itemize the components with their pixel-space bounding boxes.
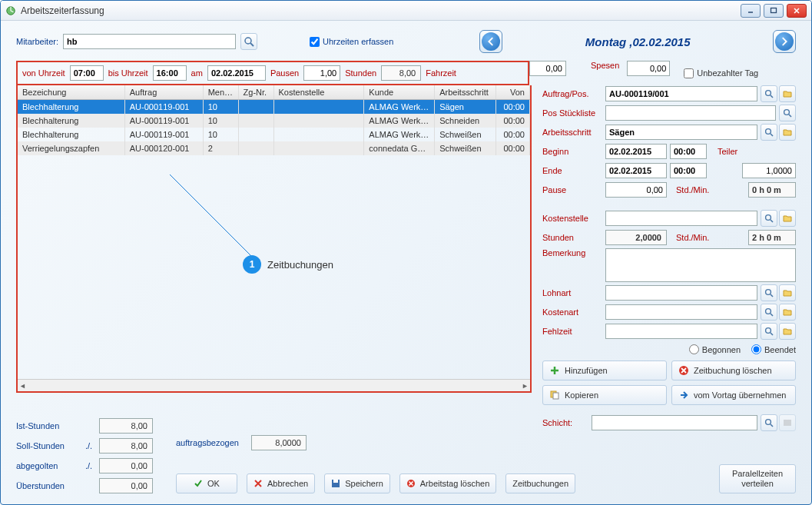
am-date-input[interactable]: [207, 65, 266, 81]
ist-stunden-display: 8,00: [99, 418, 153, 434]
arrow-right-icon: [678, 390, 689, 400]
fahrzeit-input[interactable]: [529, 61, 566, 76]
auftrag-input[interactable]: [605, 86, 757, 101]
magnifier-icon: [244, 36, 254, 47]
stunden-display: 2,0000: [605, 230, 667, 245]
svg-point-3: [245, 38, 251, 44]
table-row[interactable]: BlechhalterungAU-000119-00110ALMAG Werkz…: [18, 128, 530, 141]
hinzufuegen-button[interactable]: Hinzufügen: [542, 360, 667, 380]
beendet-radio[interactable]: Beendet: [751, 344, 796, 354]
abgegolten-display: 0,00: [99, 458, 153, 473]
stunden-hms-display: 2 h 0 m: [748, 230, 796, 245]
svg-point-5: [766, 91, 771, 96]
bis-uhrzeit-input[interactable]: [153, 65, 187, 81]
svg-rect-21: [553, 393, 558, 399]
svg-line-10: [771, 134, 773, 136]
spesen-input[interactable]: [627, 61, 670, 76]
unbezahlter-checkbox[interactable]: Unbezahlter Tag: [684, 61, 758, 85]
table-row[interactable]: BlechhalterungAU-000119-00110ALMAG Werkz…: [18, 100, 530, 114]
svg-line-8: [789, 115, 791, 117]
svg-line-12: [771, 220, 773, 222]
posstk-search-button[interactable]: [779, 105, 796, 121]
mitarbeiter-input[interactable]: [63, 34, 236, 49]
fehlzeit-folder-button[interactable]: [779, 323, 796, 340]
prev-day-button[interactable]: [479, 30, 502, 53]
auftrag-folder-button[interactable]: [779, 85, 796, 102]
horizontal-scrollbar[interactable]: ◄►: [18, 379, 530, 391]
table-row[interactable]: VerriegelungszapfenAU-000120-0012conneda…: [18, 141, 530, 155]
close-button[interactable]: [787, 4, 807, 18]
date-header: Montag ,02.02.2015: [585, 35, 691, 48]
auftrag-search-button[interactable]: [761, 85, 777, 102]
kostenstelle-input[interactable]: [605, 211, 757, 226]
svg-point-17: [766, 328, 771, 334]
summary-grid: Ist-Stunden 8,00 Soll-Stunden ./. 8,00 a…: [16, 418, 153, 493]
beginn-time-input[interactable]: [670, 144, 707, 159]
kostenart-search-button[interactable]: [761, 304, 777, 321]
uhrzeiten-checkbox[interactable]: Uhrzeiten erfassen: [310, 37, 393, 47]
app-icon: [5, 5, 16, 16]
zeitbuchungen-table[interactable]: Bezeichung Auftrag Menge Zg-Nr. Kostenst…: [16, 85, 532, 393]
ende-time-input[interactable]: [670, 163, 707, 178]
bemerkung-textarea[interactable]: [605, 248, 796, 282]
svg-point-13: [766, 290, 771, 295]
abbrechen-button[interactable]: Abbrechen: [247, 473, 315, 493]
kostenart-input[interactable]: [605, 304, 757, 320]
mitarbeiter-label: Mitarbeiter:: [16, 37, 58, 46]
von-uhrzeit-input[interactable]: [70, 65, 104, 81]
parallelzeiten-button[interactable]: Paralellzeiten verteilen: [719, 464, 796, 493]
filter-box: von Uhrzeit bis Uhrzeit am Pausen Stunde…: [16, 61, 529, 85]
app-window: Arbeitszeiterfassung Mitarbeiter: Uhrzei…: [0, 0, 812, 505]
maximize-button[interactable]: [764, 4, 784, 18]
copy-icon: [549, 390, 560, 400]
lohnart-search-button[interactable]: [761, 284, 777, 301]
delete-day-icon: [406, 479, 416, 488]
soll-stunden-display: 8,00: [99, 438, 153, 454]
fehlzeit-search-button[interactable]: [761, 323, 777, 340]
lohnart-folder-button[interactable]: [779, 284, 796, 301]
fehlzeit-input[interactable]: [605, 324, 757, 339]
ueberstunden-display: 0,00: [99, 478, 153, 493]
kostenstelle-folder-button[interactable]: [779, 210, 796, 227]
next-day-button[interactable]: [773, 30, 796, 53]
window-title: Arbeitszeiterfassung: [21, 5, 741, 16]
lohnart-input[interactable]: [605, 285, 757, 301]
speichern-button[interactable]: Speichern: [324, 473, 390, 493]
vom-vortag-button[interactable]: vom Vortag übernehmen: [671, 385, 796, 405]
ende-date-input[interactable]: [605, 163, 667, 178]
pause-hms-display: 0 h 0 m: [748, 182, 796, 198]
kostenart-folder-button[interactable]: [779, 304, 796, 321]
svg-line-16: [771, 314, 773, 316]
plus-icon: [549, 365, 560, 376]
posstueckliste-input[interactable]: [605, 105, 776, 121]
kopieren-button[interactable]: Kopieren: [542, 385, 667, 405]
begonnen-radio[interactable]: Begonnen: [689, 344, 741, 354]
svg-point-15: [766, 309, 771, 314]
kostenstelle-search-button[interactable]: [761, 210, 777, 227]
minimize-button[interactable]: [741, 4, 761, 18]
svg-rect-27: [333, 480, 338, 483]
svg-line-18: [771, 333, 773, 335]
cancel-icon: [254, 479, 263, 488]
svg-line-6: [771, 95, 773, 98]
zeitbuchungen-button[interactable]: Zeitbuchungen: [505, 473, 575, 493]
arbeitstag-loeschen-button[interactable]: Arbeitstag löschen: [399, 473, 497, 493]
teiler-input[interactable]: [742, 163, 796, 178]
check-icon: [194, 479, 203, 488]
svg-rect-2: [771, 8, 777, 12]
svg-point-7: [784, 110, 790, 115]
pausen-input[interactable]: [303, 65, 340, 81]
arbschritt-search-button[interactable]: [761, 124, 777, 141]
delete-icon: [678, 365, 689, 376]
beginn-date-input[interactable]: [605, 144, 667, 159]
arbschritt-folder-button[interactable]: [779, 124, 796, 141]
arbeitsschritt-input[interactable]: [605, 125, 757, 140]
save-icon: [331, 479, 340, 488]
pause-input[interactable]: [605, 182, 667, 198]
mitarbeiter-search-button[interactable]: [240, 33, 257, 50]
titlebar: Arbeitszeiterfassung: [1, 1, 811, 21]
ok-button[interactable]: OK: [176, 473, 237, 493]
svg-line-4: [250, 43, 254, 46]
table-row[interactable]: BlechhalterungAU-000119-00110ALMAG Werkz…: [18, 114, 530, 128]
zeitbuchung-loeschen-button[interactable]: Zeitbuchung löschen: [671, 360, 796, 380]
